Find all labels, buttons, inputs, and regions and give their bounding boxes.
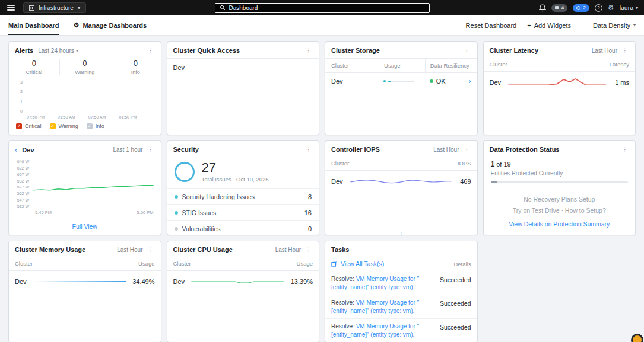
protection-progress-bar — [491, 181, 629, 183]
legend-critical[interactable]: ✓ Critical — [16, 123, 42, 129]
power-plot-area — [33, 159, 154, 209]
col-cluster: Cluster — [331, 59, 379, 72]
security-item-hardening[interactable]: Security Hardening Issues 8 — [167, 188, 319, 204]
kebab-menu-icon[interactable]: ⋮ — [621, 146, 629, 153]
settings-gear-icon[interactable]: ⚙ — [608, 4, 614, 11]
assist-floating-button[interactable] — [631, 334, 643, 342]
chevron-down-icon: ▾ — [633, 23, 636, 28]
quick-access-title: Cluster Quick Access — [173, 47, 240, 54]
col-iops: IOPS — [458, 160, 471, 167]
security-item-stig[interactable]: STIG Issues 16 — [167, 204, 319, 220]
task-status: Succeeded — [440, 299, 471, 307]
empty-state-links[interactable]: Try on Test Drive · How to Setup? — [491, 205, 629, 216]
widget-resize-handle[interactable]: ⋮ — [399, 231, 404, 235]
latency-period[interactable]: Last Hour — [592, 47, 617, 54]
dev-power-title: Dev — [22, 146, 34, 154]
task-row: Resolve: VM Memory Usage for "[entity_na… — [325, 271, 477, 295]
kebab-menu-icon[interactable]: ⋮ — [304, 247, 313, 253]
warning-checkbox[interactable]: ✓ — [50, 123, 56, 129]
iops-value: 469 — [460, 178, 471, 185]
alerts-badge-icon — [555, 6, 559, 9]
y-tick: 0 — [20, 109, 23, 113]
x-tick: 01:50 AM — [58, 115, 75, 119]
info-checkbox[interactable]: ✓ — [87, 123, 93, 129]
kebab-menu-icon[interactable]: ⋮ — [463, 247, 471, 253]
cpu-title: Cluster CPU Usage — [173, 246, 233, 253]
chevron-down-icon: ▾ — [636, 5, 638, 11]
global-search-input[interactable]: Dashboard — [215, 3, 430, 13]
user-name: laura — [620, 4, 633, 11]
security-title: Security — [173, 146, 199, 153]
kebab-menu-icon[interactable]: ⋮ — [304, 146, 313, 153]
security-item-value: 16 — [304, 209, 312, 216]
teal-dot — [175, 211, 178, 215]
infrastructure-menu[interactable]: Infrastructure ▾ — [23, 2, 86, 13]
alerts-critical-stat[interactable]: 0 Critical — [9, 59, 59, 75]
x-tick: 07:50 PM — [27, 115, 45, 119]
kebab-menu-icon[interactable]: ⋮ — [463, 47, 471, 54]
usage-bar — [388, 81, 414, 82]
check-icon: ✓ — [17, 124, 21, 129]
dev-power-period[interactable]: Last 1 hour — [113, 146, 142, 153]
legend-info-label: Info — [96, 123, 104, 129]
alerts-badge[interactable]: 4 — [551, 4, 567, 12]
protection-summary-link[interactable]: View Details on Protection Summary — [509, 220, 610, 228]
cluster-name[interactable]: Dev — [173, 278, 185, 285]
ok-status-dot — [430, 79, 433, 83]
y-tick: 607 W — [17, 172, 29, 177]
security-item-vulnerabilities[interactable]: Vulnerabilities 0 — [167, 220, 319, 235]
dev-power-chart: 646 W 622 W 607 W 592 W 577 W 562 W 547 … — [9, 157, 161, 209]
legend-info[interactable]: ✓ Info — [87, 123, 104, 129]
cluster-name[interactable]: Dev — [490, 79, 502, 86]
back-chevron-icon[interactable]: ‹ — [15, 146, 17, 154]
quick-access-item-dev[interactable]: Dev — [167, 59, 319, 76]
add-widgets-label: Add Widgets — [534, 22, 571, 29]
top-bar: Infrastructure ▾ Dashboard 4 2 ? ⚙ laura… — [0, 0, 644, 15]
security-total: 27 — [202, 161, 269, 174]
cluster-name[interactable]: Dev — [15, 278, 27, 285]
help-icon[interactable]: ? — [595, 4, 602, 12]
col-cluster: Cluster — [173, 260, 191, 267]
user-menu[interactable]: laura ▾ — [620, 4, 638, 11]
toolbar-actions: Reset Dashboard + Add Widgets Data Densi… — [466, 21, 636, 30]
legend-warning[interactable]: ✓ Warning — [50, 123, 78, 129]
cpu-period[interactable]: Last Hour — [275, 247, 301, 253]
iops-sparkline — [349, 176, 455, 187]
alerts-stats: 0 Critical 0 Warning 0 Info — [9, 57, 161, 79]
alerts-warning-stat[interactable]: 0 Warning — [59, 59, 110, 75]
add-widgets-button[interactable]: + Add Widgets — [527, 22, 571, 29]
security-item-label: Security Hardening Issues — [182, 193, 255, 200]
reset-dashboard-button[interactable]: Reset Dashboard — [466, 22, 517, 29]
protection-subtitle: Entities Protected Currently — [491, 170, 629, 177]
kebab-menu-icon[interactable]: ⋮ — [147, 247, 155, 253]
critical-checkbox[interactable]: ✓ — [16, 123, 22, 129]
tasks-badge[interactable]: 2 — [573, 4, 589, 12]
kebab-menu-icon[interactable]: ⋮ — [147, 47, 155, 54]
y-tick: 622 W — [17, 166, 29, 170]
data-density-button[interactable]: Data Density ▾ — [593, 22, 636, 29]
protection-title: Data Protection Status — [490, 146, 560, 153]
bell-icon[interactable] — [539, 4, 546, 12]
tab-manage-dashboards[interactable]: ⚙ Manage Dashboards — [74, 15, 147, 35]
task-prefix: Resolve: — [331, 323, 356, 330]
cluster-link-dev[interactable]: Dev — [331, 78, 343, 85]
memory-period[interactable]: Last Hour — [117, 247, 142, 253]
kebab-menu-icon[interactable]: ⋮ — [621, 47, 629, 54]
kebab-menu-icon[interactable]: ⋮ — [147, 146, 155, 153]
y-tick: 532 W — [17, 204, 29, 209]
storage-table-header: Cluster Usage Data Resiliency — [325, 59, 477, 73]
kebab-menu-icon[interactable]: ⋮ — [304, 47, 313, 54]
view-all-tasks-link[interactable]: View All Task(s) — [331, 260, 384, 267]
iops-period[interactable]: Last Hour — [433, 146, 459, 153]
full-view-link[interactable]: Full View — [72, 223, 97, 230]
chevron-right-icon[interactable]: › — [469, 78, 471, 85]
kebab-menu-icon[interactable]: ⋮ — [463, 146, 471, 153]
tab-main-dashboard[interactable]: Main Dashboard — [8, 15, 59, 35]
alerts-info-stat[interactable]: 0 Info — [110, 59, 161, 75]
cluster-name[interactable]: Dev — [331, 178, 343, 185]
alerts-period[interactable]: Last 24 hours — [38, 47, 74, 54]
protected-count: 1 — [491, 160, 495, 168]
hamburger-menu-icon[interactable] — [6, 4, 16, 12]
gear-icon: ⚙ — [74, 22, 80, 28]
dashboard-toolbar: Main Dashboard ⚙ Manage Dashboards Reset… — [0, 15, 644, 36]
